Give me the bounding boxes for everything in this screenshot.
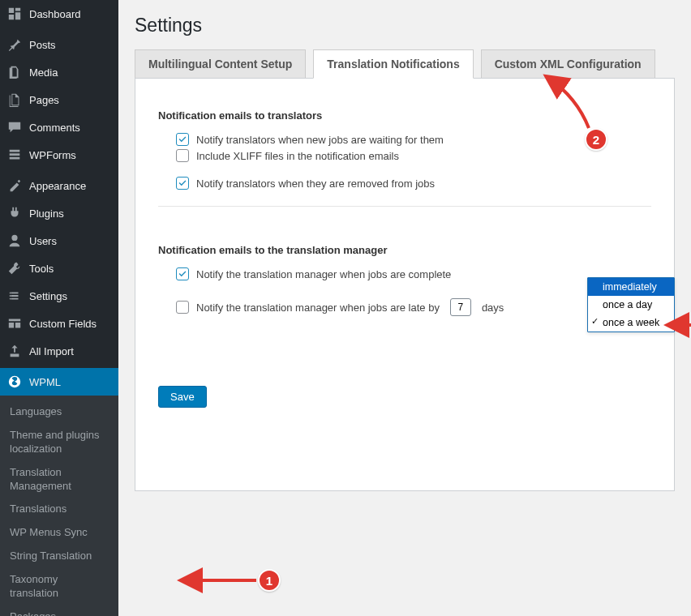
submenu-item-theme-and-plugins-localization[interactable]: Theme and plugins localization <box>0 424 118 461</box>
annotation-badge-1: 1 <box>258 569 281 592</box>
sidebar-item-plugins[interactable]: Plugins <box>0 199 118 227</box>
sidebar-item-label: Tools <box>29 263 54 275</box>
fields-icon <box>6 315 23 332</box>
admin-sidebar: DashboardPostsMediaPagesCommentsWPFormsA… <box>0 0 118 616</box>
pages-icon <box>6 92 23 108</box>
dropdown-option[interactable]: once a day <box>588 296 674 314</box>
opt-notify-late[interactable]: Notify the translation manager when jobs… <box>176 298 651 316</box>
checkbox-icon[interactable] <box>176 149 189 162</box>
tabs: Multilingual Content SetupTranslation No… <box>135 49 675 79</box>
comments-icon <box>6 119 23 135</box>
media-icon <box>6 64 23 80</box>
sidebar-item-label: Comments <box>29 122 80 134</box>
sidebar-item-label: All Import <box>29 345 74 357</box>
submenu-item-taxonomy-translation[interactable]: Taxonomy translation <box>0 568 118 605</box>
sidebar-item-appearance[interactable]: Appearance <box>0 172 118 199</box>
tab-custom-xml-configuration[interactable]: Custom XML Configuration <box>481 49 655 79</box>
import-icon <box>6 343 23 359</box>
section-2-title: Notification emails to the translation m… <box>158 244 651 256</box>
checkbox-icon[interactable] <box>176 133 189 146</box>
sidebar-item-dashboard[interactable]: Dashboard <box>0 0 118 28</box>
opt-label: Notify translators when they are removed… <box>196 178 435 190</box>
sidebar-item-label: WPForms <box>29 149 76 161</box>
opt-notify-complete[interactable]: Notify the translation manager when jobs… <box>176 267 651 280</box>
sidebar-item-custom-fields[interactable]: Custom Fields <box>0 310 118 337</box>
sidebar-item-label: Media <box>29 66 58 79</box>
sidebar-item-label: Custom Fields <box>29 318 97 330</box>
opt-label: Notify translators when new jobs are wai… <box>196 134 444 146</box>
dropdown-option[interactable]: once a week <box>588 314 674 332</box>
opt-label: Include XLIFF files in the notification … <box>196 150 399 162</box>
users-icon <box>6 233 23 249</box>
submenu-item-translation-management[interactable]: Translation Management <box>0 461 118 498</box>
opt-label: Notify the translation manager when jobs… <box>196 268 451 280</box>
sidebar-item-label: Users <box>29 235 57 247</box>
tab-multilingual-content-setup[interactable]: Multilingual Content Setup <box>135 49 306 79</box>
settings-icon <box>6 288 23 304</box>
submenu-item-packages[interactable]: Packages <box>0 605 118 616</box>
pin-icon <box>6 36 23 53</box>
checkbox-icon[interactable] <box>176 267 189 280</box>
frequency-dropdown[interactable]: immediatelyonce a dayonce a week <box>587 277 675 332</box>
sidebar-item-label: Settings <box>29 290 67 302</box>
sidebar-item-label: Dashboard <box>29 8 81 20</box>
annotation-badge-2: 2 <box>585 128 607 151</box>
plugins-icon <box>6 205 23 221</box>
checkbox-icon[interactable] <box>176 301 189 314</box>
opt-label-prefix: Notify the translation manager when jobs… <box>196 302 440 314</box>
opt-sec1-1[interactable]: Include XLIFF files in the notification … <box>176 149 651 162</box>
wpml-submenu: LanguagesTheme and plugins localizationT… <box>0 396 118 616</box>
svg-point-2 <box>10 298 11 300</box>
submenu-item-string-translation[interactable]: String Translation <box>0 545 118 568</box>
sidebar-item-media[interactable]: Media <box>0 58 118 86</box>
sidebar-item-label: Posts <box>29 39 56 51</box>
sidebar-item-posts[interactable]: Posts <box>0 31 118 58</box>
tools-icon <box>6 260 23 276</box>
submenu-item-languages[interactable]: Languages <box>0 400 118 424</box>
submenu-item-wp-menus-sync[interactable]: WP Menus Sync <box>0 521 118 545</box>
wpml-icon <box>6 374 23 390</box>
sidebar-item-label: Pages <box>29 94 59 106</box>
sidebar-item-comments[interactable]: Comments <box>0 113 118 141</box>
opt-sec1-2[interactable]: Notify translators when they are removed… <box>176 177 651 190</box>
divider <box>158 206 651 207</box>
sidebar-item-label: Plugins <box>29 207 64 220</box>
form-icon <box>6 147 23 163</box>
sidebar-item-label: Appearance <box>29 180 86 192</box>
dropdown-option[interactable]: immediately <box>588 278 674 296</box>
page-title: Settings <box>135 15 675 36</box>
days-input[interactable] <box>450 298 471 316</box>
submenu-item-translations[interactable]: Translations <box>0 498 118 521</box>
sidebar-item-pages[interactable]: Pages <box>0 86 118 113</box>
svg-point-0 <box>10 293 11 294</box>
sidebar-item-tools[interactable]: Tools <box>0 255 118 282</box>
svg-point-1 <box>10 295 11 297</box>
sidebar-item-settings[interactable]: Settings <box>0 282 118 310</box>
checkbox-icon[interactable] <box>176 177 189 190</box>
section-1-title: Notification emails to translators <box>158 109 651 122</box>
opt-sec1-0[interactable]: Notify translators when new jobs are wai… <box>176 133 651 146</box>
dashboard-icon <box>6 6 23 22</box>
sidebar-item-wpforms[interactable]: WPForms <box>0 141 118 169</box>
sidebar-item-wpml[interactable]: WPML <box>0 368 118 396</box>
tab-translation-notifications[interactable]: Translation Notifications <box>313 49 473 79</box>
sidebar-item-label: WPML <box>29 376 61 388</box>
main-content: Settings Multilingual Content SetupTrans… <box>118 0 691 616</box>
opt-label-suffix: days <box>482 302 504 314</box>
sidebar-item-users[interactable]: Users <box>0 227 118 255</box>
appearance-icon <box>6 178 23 194</box>
save-button[interactable]: Save <box>158 386 207 408</box>
sidebar-item-all-import[interactable]: All Import <box>0 337 118 365</box>
